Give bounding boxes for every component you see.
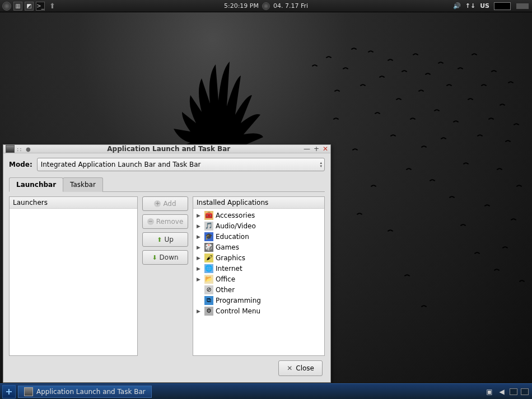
browser-icon[interactable]: ◩ <box>25 2 34 11</box>
category-office[interactable]: ▶📂Office <box>193 274 324 284</box>
workspace-1[interactable] <box>510 388 517 395</box>
titlebar[interactable]: :: ● Application Launch and Task Bar — +… <box>3 145 330 153</box>
wallpaper-bird <box>483 84 486 86</box>
terminal-icon[interactable]: >_ <box>36 2 45 11</box>
wallpaper-bird <box>436 109 439 111</box>
keyboard-layout[interactable]: US <box>480 2 489 10</box>
minimize-button[interactable]: — <box>304 145 310 153</box>
category-graphics[interactable]: ▶🖌Graphics <box>193 252 324 263</box>
panel-expand-icon[interactable]: ⬆ <box>49 2 55 10</box>
wallpaper-bird <box>358 213 362 215</box>
taskbar-entry-icon <box>24 387 33 396</box>
window-title: Application Launch and Task Bar <box>34 145 304 153</box>
wallpaper-bird <box>336 90 339 92</box>
applications-tree[interactable]: Installed Applications ▶🧰Accessories▶🎵Au… <box>193 196 325 356</box>
desktop: ▥ ◩ >_ ⬆ 5:20:19 PM 04. 7.17 Fri 🔊 ↑↓ US… <box>0 0 532 399</box>
volume-icon[interactable]: 🔊 <box>453 2 461 10</box>
wallpaper-bird <box>476 252 479 254</box>
category-icon: 🖌 <box>204 254 213 262</box>
category-icon: ⧉ <box>204 296 213 305</box>
wallpaper-bird <box>473 53 477 55</box>
category-label: Other <box>216 286 235 294</box>
expand-icon: ▶ <box>197 276 202 282</box>
close-button[interactable]: ✕ <box>323 145 328 153</box>
category-internet[interactable]: ▶🌐Internet <box>193 263 324 274</box>
down-button[interactable]: ⬇Down <box>142 250 188 265</box>
wallpaper-bird <box>423 305 426 307</box>
category-label: Education <box>216 233 249 241</box>
wallpaper-bird <box>389 229 393 232</box>
wallpaper-bird <box>431 179 435 181</box>
arrow-up-icon: ⬆ <box>157 236 162 243</box>
category-label: Internet <box>216 265 242 273</box>
mode-label: Mode: <box>9 161 32 168</box>
tray-arrow-icon[interactable]: ◀ <box>497 387 506 396</box>
wallpaper-bird <box>521 280 524 282</box>
calendar-icon[interactable] <box>262 2 270 10</box>
launchers-list[interactable]: Launchers <box>9 196 138 356</box>
remove-button[interactable]: −Remove <box>142 214 188 229</box>
wallpaper-bird <box>372 185 376 187</box>
expand-icon: ▶ <box>197 213 202 218</box>
category-icon: ⚙ <box>204 307 213 316</box>
maximize-button[interactable]: + <box>314 145 319 153</box>
close-x-icon: ✕ <box>287 364 292 372</box>
arrow-down-icon: ⬇ <box>152 254 157 261</box>
wallpaper-bird <box>427 73 430 75</box>
wallpaper-bird <box>406 274 409 276</box>
wallpaper-bird <box>335 118 338 120</box>
category-education[interactable]: ▶🎓Education <box>193 231 324 242</box>
wallpaper-bird <box>459 67 463 69</box>
plus-icon: + <box>154 200 161 207</box>
category-label: Graphics <box>216 254 245 262</box>
wallpaper-bird <box>403 70 407 72</box>
tray-window-icon[interactable]: ▣ <box>485 387 494 396</box>
close-dialog-button[interactable]: ✕ Close <box>278 360 323 376</box>
wallpaper-bird <box>414 53 418 55</box>
expand-icon: ▶ <box>197 266 202 271</box>
wallpaper-bird <box>398 98 401 100</box>
up-button[interactable]: ⬆Up <box>142 232 188 247</box>
category-icon: 🎲 <box>204 243 213 252</box>
clock-date[interactable]: 04. 7.17 Fri <box>273 2 308 10</box>
wallpaper-bird <box>420 90 423 92</box>
show-desktop-button[interactable]: + <box>2 385 16 398</box>
clock-time[interactable]: 5:20:19 PM <box>224 2 259 10</box>
category-accessories[interactable]: ▶🧰Accessories <box>193 210 324 220</box>
category-audio-video[interactable]: ▶🎵Audio/Video <box>193 220 324 231</box>
wallpaper-bird <box>392 134 395 137</box>
network-icon[interactable]: ↑↓ <box>465 2 475 10</box>
category-icon: 🎓 <box>204 232 213 241</box>
category-control-menu[interactable]: ▶⚙Control Menu <box>193 306 324 316</box>
file-manager-icon[interactable]: ▥ <box>13 2 22 11</box>
minus-icon: − <box>147 218 154 225</box>
wallpaper-bird <box>381 76 384 78</box>
monitor-icon[interactable] <box>516 3 529 9</box>
category-programming[interactable]: ⧉Programming <box>193 295 324 306</box>
mode-combobox[interactable]: Integrated Application Launch Bar and Ta… <box>37 158 325 171</box>
expand-icon: ▶ <box>197 223 202 229</box>
wallpaper-bird <box>469 98 473 100</box>
workspace-2[interactable] <box>521 388 529 395</box>
wallpaper-bird <box>507 140 510 142</box>
taskbar-entry[interactable]: Application Launch and Task Bar <box>18 386 152 398</box>
add-button[interactable]: +Add <box>142 196 188 211</box>
battery-icon[interactable] <box>494 2 511 10</box>
expand-icon: ▶ <box>197 245 202 250</box>
category-games[interactable]: ▶🎲Games <box>193 242 324 252</box>
wallpaper-bird <box>512 218 516 220</box>
category-label: Office <box>216 275 235 283</box>
wallpaper-bird <box>479 134 482 137</box>
window-icon <box>6 145 15 153</box>
tab-taskbar[interactable]: Taskbar <box>63 177 103 192</box>
wallpaper-bird <box>451 196 454 198</box>
wallpaper-bird <box>518 185 521 187</box>
category-label: Games <box>216 243 239 251</box>
wallpaper-bird <box>510 81 513 83</box>
wallpaper-bird <box>490 118 493 120</box>
wallpaper-bird <box>314 64 317 67</box>
wallpaper-bird <box>370 50 373 53</box>
category-other[interactable]: ⊘Other <box>193 284 324 295</box>
app-menu-icon[interactable] <box>2 2 11 11</box>
tab-launchbar[interactable]: Launchbar <box>9 177 63 192</box>
